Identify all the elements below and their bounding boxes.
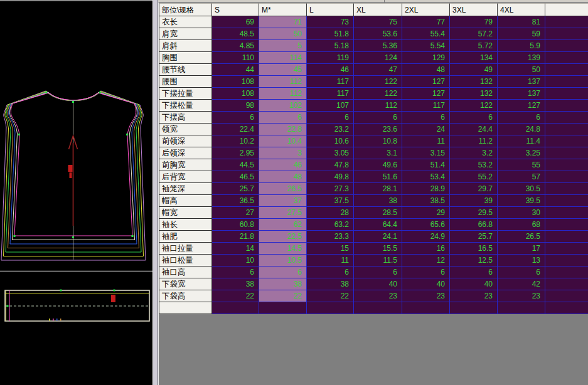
- size-cell[interactable]: 6: [498, 112, 545, 124]
- size-cell[interactable]: 11.5: [354, 255, 402, 266]
- size-cell[interactable]: 69: [212, 16, 259, 28]
- size-cell[interactable]: 112: [354, 100, 402, 112]
- size-cell[interactable]: 122: [354, 76, 402, 88]
- size-cell[interactable]: 12.5: [450, 255, 498, 266]
- row-header-cell[interactable]: 袖肥: [159, 231, 212, 243]
- size-cell[interactable]: 23: [354, 290, 402, 302]
- size-cell[interactable]: [402, 302, 450, 314]
- size-cell[interactable]: 79: [450, 16, 498, 28]
- column-header-cell[interactable]: 4XL: [498, 3, 545, 16]
- row-header-cell[interactable]: 袖笼深: [159, 183, 212, 195]
- size-cell[interactable]: 23.2: [307, 124, 354, 135]
- row-header-cell[interactable]: [159, 302, 212, 314]
- size-cell[interactable]: 55: [498, 159, 545, 171]
- panel-splitter[interactable]: [152, 0, 158, 385]
- row-header-cell[interactable]: 胸围: [159, 52, 212, 64]
- size-cell[interactable]: 15: [307, 243, 354, 255]
- size-cell[interactable]: 42: [498, 278, 545, 290]
- size-cell[interactable]: 29.5: [450, 207, 498, 219]
- size-cell[interactable]: 48: [259, 171, 307, 183]
- size-cell[interactable]: 6: [212, 266, 259, 278]
- size-cell[interactable]: 22.5: [259, 231, 307, 243]
- size-cell[interactable]: 5.9: [498, 40, 545, 52]
- size-cell[interactable]: 30: [498, 207, 545, 219]
- size-cell[interactable]: 25.7: [450, 231, 498, 243]
- size-cell[interactable]: 108: [212, 88, 259, 100]
- size-cell[interactable]: 13: [498, 255, 545, 266]
- size-cell[interactable]: 3.25: [498, 147, 545, 159]
- size-cell[interactable]: 23.3: [307, 231, 354, 243]
- size-cell[interactable]: 122: [354, 88, 402, 100]
- size-cell[interactable]: 64.4: [354, 219, 402, 231]
- size-cell[interactable]: 50: [259, 28, 307, 40]
- size-cell[interactable]: 10: [212, 255, 259, 266]
- size-cell[interactable]: 10.6: [307, 135, 354, 147]
- size-cell[interactable]: 10.8: [354, 135, 402, 147]
- size-cell[interactable]: 47.8: [307, 159, 354, 171]
- size-cell[interactable]: 73: [307, 16, 354, 28]
- size-cell[interactable]: 23: [498, 290, 545, 302]
- size-cell[interactable]: 6: [402, 266, 450, 278]
- size-cell[interactable]: 110: [212, 52, 259, 64]
- size-cell[interactable]: 134: [450, 52, 498, 64]
- row-header-cell[interactable]: 肩宽: [159, 28, 212, 40]
- size-cell[interactable]: 24.1: [354, 231, 402, 243]
- column-header-cell[interactable]: 2XL: [402, 3, 450, 16]
- size-cell[interactable]: 6: [498, 266, 545, 278]
- size-cell[interactable]: 26.5: [259, 183, 307, 195]
- row-header-cell[interactable]: 袖长: [159, 219, 212, 231]
- size-cell[interactable]: 5.36: [354, 40, 402, 52]
- size-cell[interactable]: 48: [402, 64, 450, 76]
- size-cell[interactable]: 66.8: [450, 219, 498, 231]
- size-cell[interactable]: 60.8: [212, 219, 259, 231]
- size-cell[interactable]: 24.4: [450, 124, 498, 135]
- size-cell[interactable]: 114: [259, 52, 307, 64]
- size-cell[interactable]: 44: [212, 64, 259, 76]
- size-cell[interactable]: 22.4: [212, 124, 259, 135]
- size-cell[interactable]: 24.9: [402, 231, 450, 243]
- size-cell[interactable]: 46: [259, 159, 307, 171]
- size-cell[interactable]: 50: [498, 64, 545, 76]
- size-cell[interactable]: 75: [354, 16, 402, 28]
- size-cell[interactable]: 40: [402, 278, 450, 290]
- size-cell[interactable]: 44.5: [212, 159, 259, 171]
- column-header-cell[interactable]: M*: [259, 3, 307, 16]
- size-cell[interactable]: 40: [450, 278, 498, 290]
- size-cell[interactable]: 139: [498, 52, 545, 64]
- size-cell[interactable]: 11.2: [450, 135, 498, 147]
- size-cell[interactable]: 122: [450, 100, 498, 112]
- row-header-cell[interactable]: 下摆高: [159, 112, 212, 124]
- size-cell[interactable]: 129: [402, 52, 450, 64]
- row-header-cell[interactable]: 袖口高: [159, 266, 212, 278]
- size-cell[interactable]: 124: [354, 52, 402, 64]
- size-cell[interactable]: 127: [402, 76, 450, 88]
- size-cell[interactable]: 3.2: [450, 147, 498, 159]
- size-cell[interactable]: 12: [402, 255, 450, 266]
- size-cell[interactable]: 55.2: [450, 171, 498, 183]
- size-cell[interactable]: 3.1: [354, 147, 402, 159]
- size-cell[interactable]: 27: [212, 207, 259, 219]
- size-cell[interactable]: 3: [259, 147, 307, 159]
- size-cell[interactable]: 117: [307, 88, 354, 100]
- size-cell[interactable]: 38: [212, 278, 259, 290]
- row-header-cell[interactable]: 腰围: [159, 76, 212, 88]
- size-cell[interactable]: 65.6: [402, 219, 450, 231]
- size-cell[interactable]: 11: [402, 135, 450, 147]
- size-cell[interactable]: 6: [402, 112, 450, 124]
- size-cell[interactable]: 23: [402, 290, 450, 302]
- size-cell[interactable]: [307, 302, 354, 314]
- size-cell[interactable]: 53.2: [450, 159, 498, 171]
- column-header-cell[interactable]: 3XL: [450, 3, 498, 16]
- size-cell[interactable]: 10.5: [259, 255, 307, 266]
- size-cell[interactable]: 57: [498, 171, 545, 183]
- size-cell[interactable]: 28: [307, 207, 354, 219]
- size-cell[interactable]: 17: [498, 243, 545, 255]
- size-cell[interactable]: 22: [259, 290, 307, 302]
- size-cell[interactable]: 48.5: [212, 28, 259, 40]
- size-cell[interactable]: 49: [450, 64, 498, 76]
- size-cell[interactable]: 51.4: [402, 159, 450, 171]
- size-cell[interactable]: 25.7: [212, 183, 259, 195]
- size-cell[interactable]: 53.4: [402, 171, 450, 183]
- row-header-cell[interactable]: 衣长: [159, 16, 212, 28]
- size-cell[interactable]: 6: [259, 112, 307, 124]
